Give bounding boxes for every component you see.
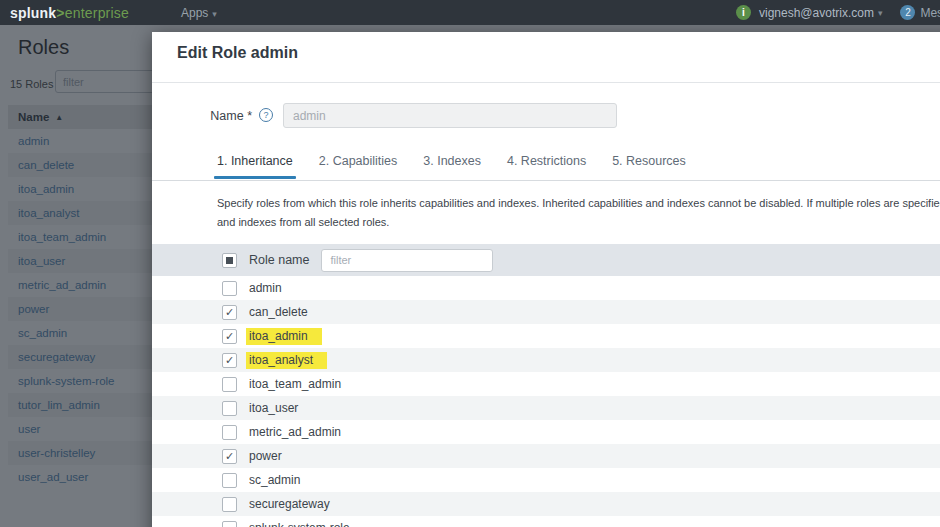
name-field-label: Name * bbox=[152, 109, 252, 123]
role-table-row: sc_admin bbox=[152, 468, 940, 492]
role-label-highlighted: itoa_admin bbox=[246, 328, 322, 345]
divider bbox=[152, 180, 940, 181]
role-label: securegateway bbox=[249, 497, 330, 511]
role-label-highlighted: itoa_analyst bbox=[246, 352, 327, 369]
role-table-header: Role name bbox=[152, 244, 940, 276]
role-name-input bbox=[283, 103, 617, 128]
topbar: splunk>enterprise Apps▾ i vignesh@avotri… bbox=[0, 0, 940, 25]
caret-down-icon: ▾ bbox=[212, 9, 217, 19]
checkbox-checked[interactable]: ✓ bbox=[222, 305, 237, 320]
checkbox-unchecked[interactable] bbox=[222, 377, 237, 392]
tab-inheritance[interactable]: 1. Inheritance bbox=[217, 154, 293, 179]
role-label: metric_ad_admin bbox=[249, 425, 341, 439]
role-table-row: admin bbox=[152, 276, 940, 300]
tab-resources[interactable]: 5. Resources bbox=[612, 154, 686, 179]
role-table-row: itoa_user bbox=[152, 396, 940, 420]
role-table-row: ✓itoa_admin bbox=[152, 324, 940, 348]
checkbox-checked[interactable]: ✓ bbox=[222, 449, 237, 464]
checkbox-checked[interactable]: ✓ bbox=[222, 329, 237, 344]
topbar-right: i vignesh@avotrix.com ▾ 2 Messages bbox=[736, 0, 940, 25]
role-label: can_delete bbox=[249, 305, 308, 319]
user-avatar-icon: i bbox=[736, 5, 751, 20]
modal-title: Edit Role admin bbox=[177, 44, 298, 62]
checkbox-checked[interactable]: ✓ bbox=[222, 353, 237, 368]
modal-tabs: 1. Inheritance2. Capabilities3. Indexes4… bbox=[217, 154, 686, 179]
role-table-row: itoa_team_admin bbox=[152, 372, 940, 396]
caret-down-icon: ▾ bbox=[878, 8, 883, 18]
messages-menu[interactable]: Messages bbox=[920, 6, 940, 20]
checkbox-unchecked[interactable] bbox=[222, 521, 237, 527]
logo-brand: splunk bbox=[10, 5, 56, 21]
select-all-checkbox[interactable] bbox=[222, 253, 237, 268]
role-table-row: ✓can_delete bbox=[152, 300, 940, 324]
divider bbox=[152, 82, 940, 83]
messages-count-badge: 2 bbox=[900, 5, 915, 20]
logo-gt: > bbox=[56, 5, 64, 21]
checkbox-unchecked[interactable] bbox=[222, 473, 237, 488]
role-name-column-header: Role name bbox=[249, 253, 309, 267]
role-checkbox-list: admin✓can_delete✓itoa_admin✓itoa_analyst… bbox=[152, 276, 940, 527]
role-label: itoa_team_admin bbox=[249, 377, 341, 391]
edit-role-modal: Edit Role admin Name * ? 1. Inheritance2… bbox=[152, 32, 940, 527]
tab-restrictions[interactable]: 4. Restrictions bbox=[507, 154, 586, 179]
apps-menu-label: Apps bbox=[181, 6, 208, 20]
user-menu[interactable]: vignesh@avotrix.com bbox=[759, 6, 874, 20]
role-label: itoa_user bbox=[249, 401, 298, 415]
role-label: sc_admin bbox=[249, 473, 300, 487]
role-table-row: securegateway bbox=[152, 492, 940, 516]
checkbox-unchecked[interactable] bbox=[222, 401, 237, 416]
checkbox-unchecked[interactable] bbox=[222, 281, 237, 296]
splunk-logo: splunk>enterprise bbox=[10, 5, 129, 21]
indeterminate-mark bbox=[226, 257, 233, 264]
logo-product: enterprise bbox=[65, 5, 129, 21]
tab-indexes[interactable]: 3. Indexes bbox=[423, 154, 481, 179]
role-table-row: ✓power bbox=[152, 444, 940, 468]
help-question-icon[interactable]: ? bbox=[259, 108, 273, 122]
description-line-1: Specify roles from which this role inher… bbox=[217, 194, 940, 213]
role-table-row: splunk-system-role bbox=[152, 516, 940, 527]
checkbox-unchecked[interactable] bbox=[222, 497, 237, 512]
inheritance-description: Specify roles from which this role inher… bbox=[217, 194, 940, 232]
description-line-2: and indexes from all selected roles. bbox=[217, 213, 940, 232]
role-table-filter-input[interactable] bbox=[321, 249, 493, 272]
role-table-row: metric_ad_admin bbox=[152, 420, 940, 444]
role-label: power bbox=[249, 449, 282, 463]
tab-capabilities[interactable]: 2. Capabilities bbox=[319, 154, 398, 179]
role-label: admin bbox=[249, 281, 282, 295]
apps-menu[interactable]: Apps▾ bbox=[181, 6, 217, 20]
role-table-row: ✓itoa_analyst bbox=[152, 348, 940, 372]
role-label: splunk-system-role bbox=[249, 521, 350, 527]
checkbox-unchecked[interactable] bbox=[222, 425, 237, 440]
